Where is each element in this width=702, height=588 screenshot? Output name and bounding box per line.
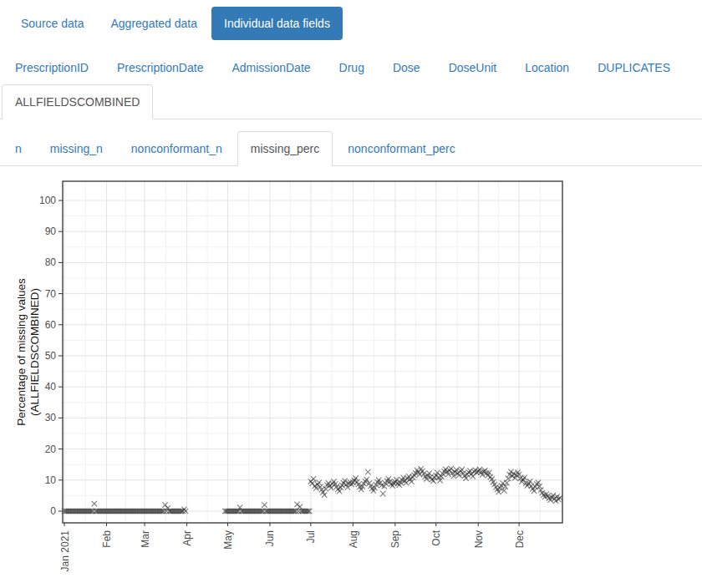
svg-text:Feb: Feb <box>101 530 113 548</box>
svg-text:80: 80 <box>45 256 57 268</box>
y-axis-title: Percentage of missing values(ALLFIELDSCO… <box>15 278 41 426</box>
tab-nonconformant-n[interactable]: nonconformant_n <box>118 131 236 166</box>
svg-text:Jan 2021: Jan 2021 <box>59 530 71 572</box>
svg-text:70: 70 <box>45 288 57 300</box>
svg-text:(ALLFIELDSCOMBINED): (ALLFIELDSCOMBINED) <box>28 288 41 416</box>
pill-source-data[interactable]: Source data <box>8 7 97 40</box>
svg-text:0: 0 <box>50 505 56 517</box>
report-level-nav: Source dataAggregated dataIndividual dat… <box>8 7 702 40</box>
tab-admissiondate[interactable]: AdmissionDate <box>218 50 323 85</box>
tab-n[interactable]: n <box>2 131 35 166</box>
svg-text:40: 40 <box>45 381 57 393</box>
tab-allfieldscombined[interactable]: ALLFIELDSCOMBINED <box>2 84 153 119</box>
x-axis-labels: Jan 2021FebMarAprMayJunJulAugSepOctNovDe… <box>59 530 526 571</box>
svg-text:30: 30 <box>45 412 57 423</box>
svg-text:10: 10 <box>45 474 57 486</box>
svg-text:Aug: Aug <box>348 530 359 548</box>
tab-missing-n[interactable]: missing_n <box>37 131 116 166</box>
svg-text:50: 50 <box>45 350 57 362</box>
svg-text:May: May <box>222 530 234 550</box>
svg-text:Nov: Nov <box>473 530 485 548</box>
svg-text:100: 100 <box>39 195 56 206</box>
svg-text:Oct: Oct <box>430 530 442 545</box>
data-field-nav: PrescriptionIDPrescriptionDateAdmissionD… <box>0 50 702 119</box>
tab-dose[interactable]: Dose <box>379 50 434 85</box>
pill-individual-data-fields[interactable]: Individual data fields <box>211 7 343 40</box>
statistic-nav: nmissing_nnonconformant_nmissing_percnon… <box>0 131 702 166</box>
pill-aggregated-data[interactable]: Aggregated data <box>99 7 211 40</box>
tab-prescriptiondate[interactable]: PrescriptionDate <box>104 50 217 85</box>
svg-text:90: 90 <box>45 226 57 237</box>
tab-doseunit[interactable]: DoseUnit <box>435 50 511 85</box>
svg-text:Dec: Dec <box>514 530 526 548</box>
svg-text:Percentage of missing values: Percentage of missing values <box>15 278 28 426</box>
tab-drug[interactable]: Drug <box>326 50 378 85</box>
tab-nonconformant-perc[interactable]: nonconformant_perc <box>334 131 468 166</box>
svg-text:Mar: Mar <box>140 530 151 548</box>
svg-text:20: 20 <box>45 444 57 455</box>
y-axis-labels: 0102030405060708090100 <box>39 195 56 517</box>
missing-perc-scatter-plot: 0102030405060708090100Jan 2021FebMarAprM… <box>0 175 585 585</box>
svg-text:Jun: Jun <box>264 530 276 546</box>
tab-missing-perc[interactable]: missing_perc <box>237 131 333 166</box>
tab-prescriptionid[interactable]: PrescriptionID <box>2 50 102 85</box>
svg-text:60: 60 <box>45 319 57 331</box>
svg-text:Jul: Jul <box>305 530 317 543</box>
tab-location[interactable]: Location <box>511 50 582 85</box>
missing-perc-chart: 0102030405060708090100Jan 2021FebMarAprM… <box>0 175 702 585</box>
svg-text:Apr: Apr <box>181 530 193 546</box>
tab-duplicates[interactable]: DUPLICATES <box>584 50 684 85</box>
svg-text:Sep: Sep <box>389 530 401 549</box>
